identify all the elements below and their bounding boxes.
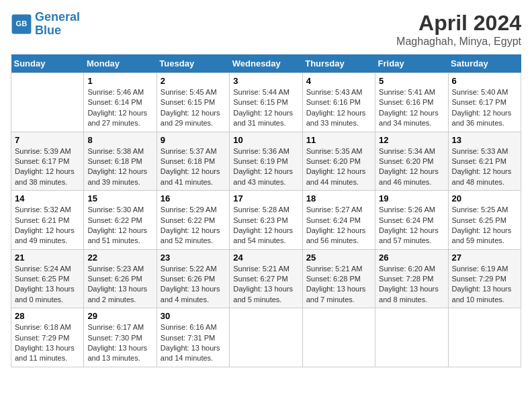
cell-info: Sunrise: 5:25 AM Sunset: 6:25 PM Dayligh… — [452, 205, 517, 246]
cell-info: Sunrise: 6:17 AM Sunset: 7:30 PM Dayligh… — [87, 322, 152, 364]
calendar-cell: 4Sunrise: 5:43 AM Sunset: 6:16 PM Daylig… — [302, 73, 375, 132]
week-row-2: 7Sunrise: 5:39 AM Sunset: 6:17 PM Daylig… — [11, 132, 521, 191]
calendar-cell: 13Sunrise: 5:33 AM Sunset: 6:21 PM Dayli… — [448, 132, 521, 191]
location-title: Maghaghah, Minya, Egypt — [396, 36, 521, 48]
day-number: 9 — [161, 135, 226, 145]
week-row-4: 21Sunrise: 5:24 AM Sunset: 6:25 PM Dayli… — [11, 249, 521, 308]
calendar-cell: 25Sunrise: 5:21 AM Sunset: 6:28 PM Dayli… — [302, 249, 375, 308]
logo: GB General Blue — [11, 11, 80, 38]
day-number: 26 — [379, 253, 444, 263]
day-number: 23 — [161, 253, 226, 263]
cell-info: Sunrise: 5:26 AM Sunset: 6:24 PM Dayligh… — [379, 205, 444, 246]
calendar-cell: 3Sunrise: 5:44 AM Sunset: 6:15 PM Daylig… — [230, 73, 302, 132]
calendar-cell: 26Sunrise: 6:20 AM Sunset: 7:28 PM Dayli… — [375, 249, 448, 308]
calendar-cell: 28Sunrise: 6:18 AM Sunset: 7:29 PM Dayli… — [11, 308, 84, 367]
calendar-cell: 18Sunrise: 5:27 AM Sunset: 6:24 PM Dayli… — [302, 191, 375, 250]
day-number: 21 — [15, 253, 80, 263]
day-number: 25 — [306, 253, 371, 263]
weekday-header-monday: Monday — [84, 54, 157, 73]
calendar-table: SundayMondayTuesdayWednesdayThursdayFrid… — [11, 54, 521, 367]
cell-info: Sunrise: 5:23 AM Sunset: 6:26 PM Dayligh… — [87, 264, 152, 306]
month-title: April 2024 — [396, 11, 521, 36]
calendar-cell — [375, 308, 448, 367]
cell-info: Sunrise: 5:24 AM Sunset: 6:25 PM Dayligh… — [15, 264, 80, 306]
cell-info: Sunrise: 5:32 AM Sunset: 6:21 PM Dayligh… — [15, 205, 80, 246]
cell-info: Sunrise: 5:40 AM Sunset: 6:17 PM Dayligh… — [452, 87, 517, 129]
calendar-cell: 8Sunrise: 5:38 AM Sunset: 6:18 PM Daylig… — [84, 132, 157, 191]
weekday-header-thursday: Thursday — [302, 54, 375, 73]
day-number: 7 — [15, 135, 80, 145]
cell-info: Sunrise: 5:46 AM Sunset: 6:14 PM Dayligh… — [87, 87, 152, 129]
weekday-header-friday: Friday — [375, 54, 448, 73]
calendar-cell: 11Sunrise: 5:35 AM Sunset: 6:20 PM Dayli… — [302, 132, 375, 191]
day-number: 14 — [15, 193, 80, 203]
calendar-cell: 22Sunrise: 5:23 AM Sunset: 6:26 PM Dayli… — [84, 249, 157, 308]
cell-info: Sunrise: 5:36 AM Sunset: 6:19 PM Dayligh… — [233, 146, 298, 188]
day-number: 2 — [161, 76, 226, 86]
calendar-cell: 16Sunrise: 5:29 AM Sunset: 6:22 PM Dayli… — [157, 191, 229, 250]
cell-info: Sunrise: 6:19 AM Sunset: 7:29 PM Dayligh… — [452, 264, 517, 306]
day-number: 18 — [306, 193, 371, 203]
week-row-1: 1Sunrise: 5:46 AM Sunset: 6:14 PM Daylig… — [11, 73, 521, 132]
cell-info: Sunrise: 5:43 AM Sunset: 6:16 PM Dayligh… — [306, 87, 371, 129]
calendar-cell: 15Sunrise: 5:30 AM Sunset: 6:22 PM Dayli… — [84, 191, 157, 250]
cell-info: Sunrise: 5:39 AM Sunset: 6:17 PM Dayligh… — [15, 146, 80, 188]
calendar-cell: 5Sunrise: 5:41 AM Sunset: 6:16 PM Daylig… — [375, 73, 448, 132]
day-number: 17 — [233, 193, 298, 203]
cell-info: Sunrise: 5:37 AM Sunset: 6:18 PM Dayligh… — [161, 146, 226, 188]
cell-info: Sunrise: 5:30 AM Sunset: 6:22 PM Dayligh… — [87, 205, 152, 246]
cell-info: Sunrise: 5:41 AM Sunset: 6:16 PM Dayligh… — [379, 87, 444, 129]
weekday-header-saturday: Saturday — [448, 54, 521, 73]
day-number: 20 — [452, 193, 517, 203]
day-number: 22 — [87, 253, 152, 263]
cell-info: Sunrise: 5:45 AM Sunset: 6:15 PM Dayligh… — [161, 87, 226, 129]
calendar-cell: 24Sunrise: 5:21 AM Sunset: 6:27 PM Dayli… — [230, 249, 302, 308]
day-number: 29 — [87, 311, 152, 321]
calendar-cell: 14Sunrise: 5:32 AM Sunset: 6:21 PM Dayli… — [11, 191, 84, 250]
day-number: 13 — [452, 135, 517, 145]
cell-info: Sunrise: 5:38 AM Sunset: 6:18 PM Dayligh… — [87, 146, 152, 188]
logo-text: General Blue — [35, 11, 80, 38]
calendar-cell: 12Sunrise: 5:34 AM Sunset: 6:20 PM Dayli… — [375, 132, 448, 191]
weekday-header-tuesday: Tuesday — [157, 54, 229, 73]
day-number: 6 — [452, 76, 517, 86]
day-number: 27 — [452, 253, 517, 263]
calendar-cell: 9Sunrise: 5:37 AM Sunset: 6:18 PM Daylig… — [157, 132, 229, 191]
calendar-cell: 1Sunrise: 5:46 AM Sunset: 6:14 PM Daylig… — [84, 73, 157, 132]
calendar-cell: 17Sunrise: 5:28 AM Sunset: 6:23 PM Dayli… — [230, 191, 302, 250]
calendar-cell: 23Sunrise: 5:22 AM Sunset: 6:26 PM Dayli… — [157, 249, 229, 308]
cell-info: Sunrise: 5:29 AM Sunset: 6:22 PM Dayligh… — [161, 205, 226, 246]
day-number: 28 — [15, 311, 80, 321]
cell-info: Sunrise: 5:22 AM Sunset: 6:26 PM Dayligh… — [161, 264, 226, 306]
cell-info: Sunrise: 5:28 AM Sunset: 6:23 PM Dayligh… — [233, 205, 298, 246]
cell-info: Sunrise: 5:27 AM Sunset: 6:24 PM Dayligh… — [306, 205, 371, 246]
calendar-cell: 10Sunrise: 5:36 AM Sunset: 6:19 PM Dayli… — [230, 132, 302, 191]
calendar-cell: 7Sunrise: 5:39 AM Sunset: 6:17 PM Daylig… — [11, 132, 84, 191]
weekday-header-sunday: Sunday — [11, 54, 84, 73]
cell-info: Sunrise: 6:20 AM Sunset: 7:28 PM Dayligh… — [379, 264, 444, 306]
day-number: 15 — [87, 193, 152, 203]
calendar-cell: 6Sunrise: 5:40 AM Sunset: 6:17 PM Daylig… — [448, 73, 521, 132]
logo-icon: GB — [11, 13, 32, 35]
cell-info: Sunrise: 5:21 AM Sunset: 6:27 PM Dayligh… — [233, 264, 298, 306]
day-number: 5 — [379, 76, 444, 86]
calendar-cell — [11, 73, 84, 132]
calendar-cell: 20Sunrise: 5:25 AM Sunset: 6:25 PM Dayli… — [448, 191, 521, 250]
cell-info: Sunrise: 5:21 AM Sunset: 6:28 PM Dayligh… — [306, 264, 371, 306]
calendar-cell: 2Sunrise: 5:45 AM Sunset: 6:15 PM Daylig… — [157, 73, 229, 132]
day-number: 19 — [379, 193, 444, 203]
cell-info: Sunrise: 5:35 AM Sunset: 6:20 PM Dayligh… — [306, 146, 371, 188]
cell-info: Sunrise: 5:44 AM Sunset: 6:15 PM Dayligh… — [233, 87, 298, 129]
weekday-header-wednesday: Wednesday — [230, 54, 302, 73]
calendar-cell: 21Sunrise: 5:24 AM Sunset: 6:25 PM Dayli… — [11, 249, 84, 308]
logo-line1: General — [35, 10, 80, 24]
calendar-cell — [230, 308, 302, 367]
calendar-cell: 27Sunrise: 6:19 AM Sunset: 7:29 PM Dayli… — [448, 249, 521, 308]
day-number: 16 — [161, 193, 226, 203]
page-header: GB General Blue April 2024 Maghaghah, Mi… — [11, 11, 521, 48]
cell-info: Sunrise: 6:16 AM Sunset: 7:31 PM Dayligh… — [161, 322, 226, 364]
calendar-cell: 29Sunrise: 6:17 AM Sunset: 7:30 PM Dayli… — [84, 308, 157, 367]
title-area: April 2024 Maghaghah, Minya, Egypt — [396, 11, 521, 48]
weekday-header-row: SundayMondayTuesdayWednesdayThursdayFrid… — [11, 54, 521, 73]
day-number: 8 — [87, 135, 152, 145]
